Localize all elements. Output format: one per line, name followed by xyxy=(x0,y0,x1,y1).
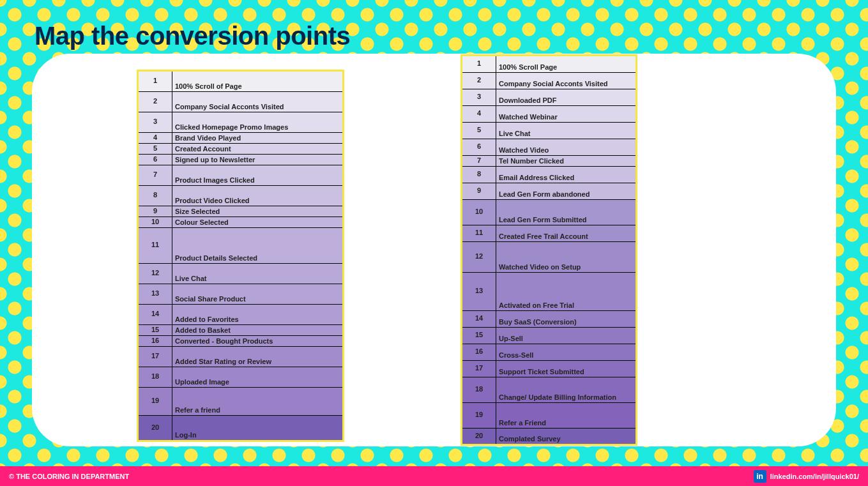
row-label: Brand Video Played xyxy=(172,132,344,143)
table-row: 10Lead Gen Form Submitted xyxy=(462,199,636,225)
row-number: 5 xyxy=(462,122,496,139)
table-row: 9Lead Gen Form abandoned xyxy=(462,183,636,199)
row-label: Product Video Clicked xyxy=(172,185,344,206)
row-number: 8 xyxy=(462,166,496,183)
row-number: 7 xyxy=(138,165,172,185)
table-row: 2Company Social Acconts Visited xyxy=(462,72,636,89)
row-label: Downloaded PDF xyxy=(496,89,637,105)
row-number: 16 xyxy=(138,335,172,346)
row-label: Created Free Trail Account xyxy=(496,225,637,241)
row-number: 16 xyxy=(462,344,496,360)
table-row: 4Brand Video Played xyxy=(138,132,343,143)
table-row: 1100% Scroll of Page xyxy=(138,71,343,91)
row-label: Lead Gen Form abandoned xyxy=(496,183,637,199)
table-row: 7Tel Number Clicked xyxy=(462,155,636,166)
row-number: 10 xyxy=(462,199,496,225)
row-number: 6 xyxy=(138,154,172,165)
row-number: 3 xyxy=(462,89,496,105)
row-label: Uploaded Image xyxy=(172,367,344,387)
row-number: 3 xyxy=(138,112,172,132)
row-label: Cross-Sell xyxy=(496,344,637,360)
row-label: Added to Basket xyxy=(172,324,344,335)
table-row: 17Support Ticket Submitted xyxy=(462,360,636,377)
row-label: Live Chat xyxy=(496,122,637,139)
table-row: 19Refer a friend xyxy=(138,387,343,415)
row-label: Created Account xyxy=(172,143,344,154)
linkedin-icon: in xyxy=(754,470,766,483)
row-number: 12 xyxy=(462,241,496,272)
row-number: 2 xyxy=(138,91,172,112)
table-row: 14Added to Favorites xyxy=(138,304,343,324)
row-label: 100% Scroll of Page xyxy=(172,71,344,91)
linkedin-url: linkedin.com/in/jillquick01/ xyxy=(770,473,859,480)
row-number: 17 xyxy=(462,360,496,377)
row-number: 13 xyxy=(138,284,172,304)
row-label: Company Social Acconts Visited xyxy=(496,72,637,89)
row-number: 13 xyxy=(462,272,496,310)
table-row: 8Product Video Clicked xyxy=(138,185,343,206)
table-row: 15Added to Basket xyxy=(138,324,343,335)
row-number: 9 xyxy=(138,206,172,216)
row-number: 12 xyxy=(138,263,172,284)
slide-title: Map the conversion points xyxy=(34,22,350,50)
row-label: Refer a Friend xyxy=(496,402,637,428)
table-row: 20Complated Survey xyxy=(462,428,636,444)
table-row: 2Company Social Acconts Visited xyxy=(138,91,343,112)
row-label: Social Share Product xyxy=(172,284,344,304)
row-number: 6 xyxy=(462,139,496,155)
row-label: Colour Selected xyxy=(172,216,344,227)
row-label: Up-Sell xyxy=(496,327,637,344)
row-label: Added Star Rating or Review xyxy=(172,346,344,367)
row-number: 11 xyxy=(462,225,496,241)
row-label: Complated Survey xyxy=(496,428,637,444)
table-row: 18Uploaded Image xyxy=(138,367,343,387)
row-label: Change/ Update Billing Information xyxy=(496,377,637,402)
table-row: 6Watched Video xyxy=(462,139,636,155)
row-label: Activated on Free Trial xyxy=(496,272,637,310)
row-number: 19 xyxy=(462,402,496,428)
row-number: 18 xyxy=(462,377,496,402)
footer-bar: © THE COLORING IN DEPARTMENT in linkedin… xyxy=(0,466,868,486)
row-number: 9 xyxy=(462,183,496,199)
conversion-table-right: 1100% Scroll Page2Company Social Acconts… xyxy=(461,55,637,445)
linkedin-badge[interactable]: in linkedin.com/in/jillquick01/ xyxy=(754,470,859,483)
table-row: 12Watched Video on Setup xyxy=(462,241,636,272)
row-number: 18 xyxy=(138,367,172,387)
table-row: 8Email Address Clicked xyxy=(462,166,636,183)
row-label: Watched Webinar xyxy=(496,105,637,122)
row-number: 20 xyxy=(138,415,172,441)
table-row: 5Created Account xyxy=(138,143,343,154)
table-row: 4Watched Webinar xyxy=(462,105,636,122)
row-label: Buy SaaS (Conversion) xyxy=(496,310,637,327)
row-label: Live Chat xyxy=(172,263,344,284)
row-label: Signed up to Newsletter xyxy=(172,154,344,165)
row-number: 1 xyxy=(462,56,496,72)
table-row: 10Colour Selected xyxy=(138,216,343,227)
row-label: 100% Scroll Page xyxy=(496,56,637,72)
table-row: 20Log-In xyxy=(138,415,343,441)
table-row: 7Product Images Clicked xyxy=(138,165,343,185)
row-label: Watched Video xyxy=(496,139,637,155)
row-label: Product Details Selected xyxy=(172,227,344,263)
row-label: Added to Favorites xyxy=(172,304,344,324)
row-number: 15 xyxy=(138,324,172,335)
row-number: 4 xyxy=(462,105,496,122)
table-row: 12Live Chat xyxy=(138,263,343,284)
row-number: 4 xyxy=(138,132,172,143)
row-label: Refer a friend xyxy=(172,387,344,415)
table-row: 6Signed up to Newsletter xyxy=(138,154,343,165)
row-label: Clicked Homepage Promo Images xyxy=(172,112,344,132)
row-label: Lead Gen Form Submitted xyxy=(496,199,637,225)
table-row: 13Activated on Free Trial xyxy=(462,272,636,310)
row-label: Support Ticket Submitted xyxy=(496,360,637,377)
footer-copyright: © THE COLORING IN DEPARTMENT xyxy=(9,473,129,480)
table-row: 5Live Chat xyxy=(462,122,636,139)
row-number: 15 xyxy=(462,327,496,344)
row-number: 8 xyxy=(138,185,172,206)
row-label: Product Images Clicked xyxy=(172,165,344,185)
conversion-table-left: 1100% Scroll of Page2Company Social Acco… xyxy=(137,70,344,441)
row-label: Converted - Bought Products xyxy=(172,335,344,346)
table-row: 13Social Share Product xyxy=(138,284,343,304)
table-row: 3Clicked Homepage Promo Images xyxy=(138,112,343,132)
table-row: 9Size Selected xyxy=(138,206,343,216)
